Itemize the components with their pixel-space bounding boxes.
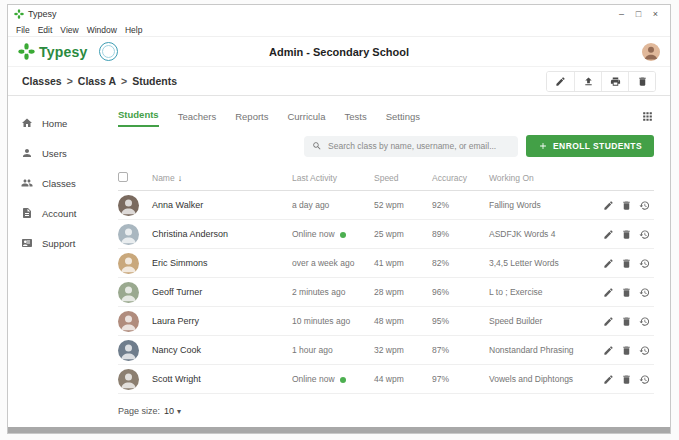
select-all-checkbox[interactable] — [118, 172, 128, 182]
student-name[interactable]: Laura Perry — [152, 316, 199, 326]
enroll-students-button[interactable]: ENROLL STUDENTS — [526, 135, 654, 157]
last-activity: a day ago — [292, 200, 329, 210]
delete-student-icon[interactable] — [621, 316, 632, 327]
sort-desc-icon[interactable]: ↓ — [178, 173, 183, 183]
breadcrumb-class-a[interactable]: Class A — [78, 75, 116, 87]
column-header-name[interactable]: Name ↓ — [152, 173, 292, 183]
delete-student-icon[interactable] — [621, 200, 632, 211]
avatar[interactable] — [118, 311, 139, 332]
avatar[interactable] — [118, 369, 139, 390]
caret-down-icon: ▾ — [177, 407, 181, 416]
student-name[interactable]: Nancy Cook — [152, 345, 201, 355]
tab-tests[interactable]: Tests — [344, 108, 366, 127]
edit-student-icon[interactable] — [603, 287, 614, 298]
table-row[interactable]: Scott Wright Online now 44 wpm 97% Vowel… — [118, 365, 654, 394]
history-icon[interactable] — [639, 316, 650, 327]
column-header-accuracy[interactable]: Accuracy — [432, 173, 489, 183]
tab-teachers[interactable]: Teachers — [178, 108, 217, 127]
sidebar-item-label: Users — [42, 148, 67, 159]
user-avatar[interactable] — [642, 43, 660, 61]
edit-student-icon[interactable] — [603, 200, 614, 211]
tab-settings[interactable]: Settings — [386, 108, 420, 127]
sidebar-item-support[interactable]: Support — [8, 228, 100, 258]
edit-student-icon[interactable] — [603, 345, 614, 356]
avatar[interactable] — [118, 224, 139, 245]
delete-student-icon[interactable] — [621, 374, 632, 385]
breadcrumb-classes[interactable]: Classes — [22, 75, 62, 87]
history-icon[interactable] — [639, 287, 650, 298]
student-name[interactable]: Eric Simmons — [152, 258, 208, 268]
sidebar-item-label: Home — [42, 118, 67, 129]
grid-view-icon[interactable] — [641, 110, 654, 123]
history-icon[interactable] — [639, 200, 650, 211]
edit-student-icon[interactable] — [603, 316, 614, 327]
sidebar-item-account[interactable]: Account — [8, 198, 100, 228]
page-size-select[interactable]: 10 ▾ — [164, 406, 181, 416]
working-on-value: L to ; Exercise — [489, 287, 543, 297]
group-icon — [21, 177, 33, 189]
close-button[interactable]: × — [647, 5, 664, 23]
history-icon[interactable] — [639, 229, 650, 240]
speed-value: 28 wpm — [374, 287, 404, 297]
history-icon[interactable] — [639, 345, 650, 356]
speed-value: 25 wpm — [374, 229, 404, 239]
pagination: Page size: 10 ▾ — [118, 406, 654, 416]
accuracy-value: 89% — [432, 229, 449, 239]
table-row[interactable]: Nancy Cook 1 hour ago 32 wpm 87% Nonstan… — [118, 336, 654, 365]
delete-student-icon[interactable] — [621, 258, 632, 269]
student-name[interactable]: Anna Walker — [152, 200, 203, 210]
menu-file[interactable]: File — [12, 25, 34, 35]
table-row[interactable]: Eric Simmons over a week ago 41 wpm 82% … — [118, 249, 654, 278]
titlebar: Typesy – □ × — [8, 5, 670, 23]
table-row[interactable]: Laura Perry 10 minutes ago 48 wpm 95% Sp… — [118, 307, 654, 336]
history-icon[interactable] — [639, 374, 650, 385]
tab-curricula[interactable]: Curricula — [287, 108, 325, 127]
sidebar-item-home[interactable]: Home — [8, 108, 100, 138]
student-name[interactable]: Geoff Turner — [152, 287, 202, 297]
menu-help[interactable]: Help — [121, 25, 146, 35]
menu-window[interactable]: Window — [83, 25, 121, 35]
avatar[interactable] — [118, 340, 139, 361]
page-size-value: 10 — [164, 406, 174, 416]
edit-student-icon[interactable] — [603, 374, 614, 385]
last-activity: Online now — [292, 229, 335, 239]
column-header-working-on[interactable]: Working On — [489, 173, 592, 183]
delete-student-icon[interactable] — [621, 229, 632, 240]
sidebar-item-users[interactable]: Users — [8, 138, 100, 168]
edit-student-icon[interactable] — [603, 229, 614, 240]
delete-class-button[interactable] — [628, 72, 655, 91]
avatar[interactable] — [118, 253, 139, 274]
edit-student-icon[interactable] — [603, 258, 614, 269]
menu-view[interactable]: View — [56, 25, 82, 35]
app-header: Typesy Admin - Secondary School — [8, 37, 670, 67]
avatar[interactable] — [118, 282, 139, 303]
maximize-button[interactable]: □ — [630, 5, 647, 23]
upload-button[interactable] — [574, 72, 601, 91]
search-icon — [312, 141, 322, 151]
search-input[interactable] — [328, 141, 510, 151]
tab-reports[interactable]: Reports — [235, 108, 268, 127]
sidebar-item-classes[interactable]: Classes — [8, 168, 100, 198]
column-header-last-activity[interactable]: Last Activity — [292, 173, 374, 183]
print-button[interactable] — [601, 72, 628, 91]
history-icon[interactable] — [639, 258, 650, 269]
accuracy-value: 87% — [432, 345, 449, 355]
delete-student-icon[interactable] — [621, 345, 632, 356]
tab-students[interactable]: Students — [118, 106, 159, 127]
menu-edit[interactable]: Edit — [34, 25, 57, 35]
student-name[interactable]: Christina Anderson — [152, 229, 228, 239]
column-header-speed[interactable]: Speed — [374, 173, 432, 183]
last-activity: Online now — [292, 374, 335, 384]
table-row[interactable]: Geoff Turner 2 minutes ago 28 wpm 96% L … — [118, 278, 654, 307]
table-row[interactable]: Anna Walker a day ago 52 wpm 92% Falling… — [118, 191, 654, 220]
avatar[interactable] — [118, 195, 139, 216]
edit-class-button[interactable] — [547, 72, 574, 91]
table-row[interactable]: Christina Anderson Online now 25 wpm 89%… — [118, 220, 654, 249]
id-card-icon — [21, 237, 33, 249]
typesy-logo: Typesy — [18, 43, 87, 60]
delete-student-icon[interactable] — [621, 287, 632, 298]
sidebar-item-label: Classes — [42, 178, 76, 189]
minimize-button[interactable]: – — [613, 5, 630, 23]
student-name[interactable]: Scott Wright — [152, 374, 201, 384]
speed-value: 48 wpm — [374, 316, 404, 326]
